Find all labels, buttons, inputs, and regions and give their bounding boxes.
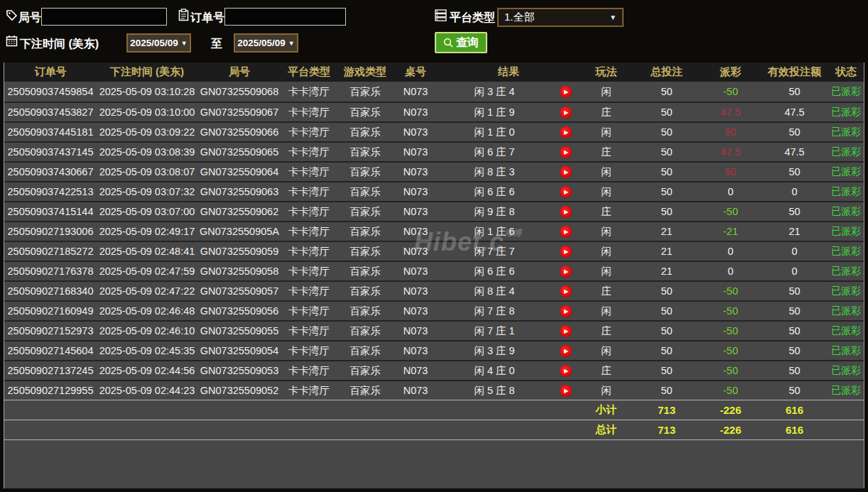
total-bet-cell: 50 (633, 166, 700, 177)
result-cell: 闲 9 庄 8 (438, 205, 551, 219)
total-bet-cell: 50 (633, 305, 700, 317)
grand-total-payout: -226 (700, 424, 761, 436)
game-type-cell: 百家乐 (337, 324, 394, 338)
game-type-cell: 百家乐 (337, 344, 394, 358)
play-video-button[interactable]: ▶ (560, 146, 572, 158)
to-label: 至 (211, 37, 222, 52)
table-row: 250509027129955 2025-05-09 02:44:23 GN07… (4, 380, 864, 400)
game-type-cell: 百家乐 (337, 364, 394, 378)
play-type-cell: 庄 (580, 106, 633, 119)
play-video-button[interactable]: ▶ (560, 206, 572, 218)
game-no-input[interactable] (41, 8, 167, 26)
search-icon (443, 38, 454, 48)
result-cell: 闲 7 庄 8 (438, 305, 551, 318)
result-cell: 闲 3 庄 9 (438, 344, 551, 358)
valid-bet-cell: 50 (761, 126, 828, 138)
payout-cell: 50 (700, 166, 761, 177)
table-row: 250509027160949 2025-05-09 02:46:48 GN07… (4, 300, 864, 320)
play-video-button[interactable]: ▶ (560, 106, 572, 119)
status-badge: 已派彩 (828, 85, 864, 98)
play-video-button[interactable]: ▶ (560, 365, 572, 377)
play-video-button[interactable]: ▶ (560, 305, 572, 317)
payout-cell: -50 (700, 325, 761, 337)
status-badge: 已派彩 (828, 245, 864, 258)
game-no-cell: GN07325509052 (197, 385, 281, 396)
bet-time-label: 下注时间 (美东) (20, 37, 99, 52)
play-video-button[interactable]: ▶ (560, 126, 572, 138)
game-type-cell: 百家乐 (337, 384, 394, 398)
col-header-platform: 平台类型 (281, 65, 337, 79)
play-icon: ▶ (564, 248, 568, 255)
bet-time-cell: 2025-05-09 03:07:32 (97, 186, 197, 197)
payout-cell: 0 (700, 186, 761, 197)
play-video-button[interactable]: ▶ (560, 345, 572, 357)
play-video-button[interactable]: ▶ (560, 186, 572, 198)
table-no-cell: N073 (394, 206, 438, 217)
result-cell: 闲 3 庄 4 (438, 85, 551, 99)
platform-cell: 卡卡湾厅 (281, 205, 337, 219)
total-bet-cell: 50 (633, 86, 700, 97)
subtotal-valid-bet: 616 (761, 404, 828, 416)
play-video-button[interactable]: ▶ (560, 86, 572, 98)
search-button[interactable]: 查询 (435, 32, 487, 53)
grand-total-row: 总计 713 -226 616 (4, 420, 864, 439)
order-no-input[interactable] (224, 8, 346, 26)
bet-time-cell: 2025-05-09 03:07:00 (97, 206, 197, 217)
platform-type-select[interactable]: 1.全部 ▼ (497, 8, 624, 27)
date-to-select[interactable]: 2025/05/09 ▼ (234, 33, 298, 53)
play-video-button[interactable]: ▶ (560, 166, 572, 178)
play-video-button[interactable]: ▶ (560, 246, 572, 258)
game-type-cell: 百家乐 (337, 205, 394, 219)
play-video-button[interactable]: ▶ (560, 325, 572, 337)
table-empty-area (4, 439, 864, 487)
col-header-result: 结果 (438, 65, 580, 79)
date-from-select[interactable]: 2025/05/09 ▼ (126, 33, 191, 53)
platform-cell: 卡卡湾厅 (281, 165, 337, 179)
result-cell: 闲 6 庄 7 (438, 146, 551, 159)
game-no-cell: GN07325509066 (197, 126, 281, 138)
total-bet-cell: 21 (633, 266, 700, 277)
play-icon: ▶ (564, 388, 568, 394)
play-video-button[interactable]: ▶ (560, 226, 572, 238)
order-no-cell: 250509027193006 (4, 226, 97, 237)
order-no-cell: 250509037445181 (4, 126, 97, 138)
total-bet-cell: 21 (633, 246, 700, 257)
table-no-cell: N073 (394, 305, 438, 317)
valid-bet-cell: 0 (761, 266, 828, 277)
table-no-cell: N073 (394, 385, 438, 396)
play-type-cell: 闲 (580, 185, 633, 199)
platform-cell: 卡卡湾厅 (281, 344, 337, 358)
game-type-cell: 百家乐 (337, 305, 394, 318)
result-cell: 闲 8 庄 4 (438, 285, 551, 298)
order-no-cell: 250509037453827 (4, 106, 97, 118)
play-video-button[interactable]: ▶ (560, 266, 572, 278)
payout-cell: -50 (700, 345, 761, 356)
bet-time-cell: 2025-05-09 03:08:07 (97, 166, 197, 177)
platform-cell: 卡卡湾厅 (281, 245, 337, 258)
play-icon: ▶ (564, 288, 568, 295)
payout-cell: -50 (700, 86, 761, 97)
play-type-cell: 闲 (580, 384, 633, 398)
game-no-cell: GN07325509067 (197, 106, 281, 118)
table-row: 250509037430667 2025-05-09 03:08:07 GN07… (4, 161, 864, 181)
table-no-cell: N073 (394, 126, 438, 138)
platform-cell: 卡卡湾厅 (281, 285, 337, 298)
play-type-cell: 闲 (580, 344, 633, 358)
play-icon: ▶ (564, 189, 568, 195)
table-no-cell: N073 (394, 106, 438, 118)
play-icon: ▶ (564, 149, 568, 155)
col-header-order: 订单号 (4, 65, 97, 79)
play-video-button[interactable]: ▶ (560, 285, 572, 297)
payout-cell: -50 (700, 365, 761, 376)
table-row: 250509037437145 2025-05-09 03:08:39 GN07… (4, 141, 864, 161)
order-no-cell: 250509027176378 (4, 266, 97, 277)
order-no-cell: 250509037415144 (4, 206, 97, 217)
game-type-cell: 百家乐 (337, 285, 394, 298)
game-no-cell: GN07325509063 (197, 186, 281, 197)
total-bet-cell: 21 (633, 226, 700, 237)
game-type-cell: 百家乐 (337, 265, 394, 278)
play-video-button[interactable]: ▶ (560, 385, 572, 397)
platform-list-icon (435, 9, 447, 21)
order-no-cell: 250509037422513 (4, 186, 97, 197)
game-no-cell: GN07325509056 (197, 305, 281, 317)
